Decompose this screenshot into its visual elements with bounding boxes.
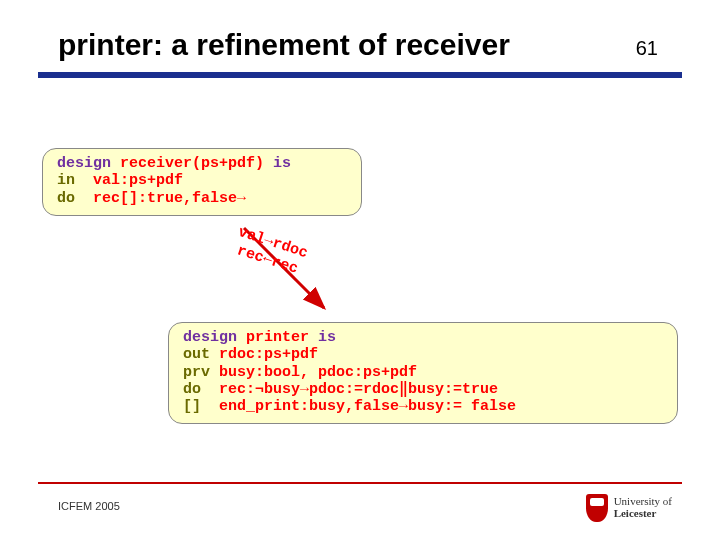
footer-conference: ICFEM 2005 <box>58 500 120 512</box>
arrow-label: val→rdoc rec←rec <box>230 224 310 280</box>
kw-design: design <box>183 329 237 346</box>
logo-text: University of Leicester <box>614 496 672 519</box>
kw-is: is <box>273 155 291 172</box>
university-logo: University of Leicester <box>586 494 672 522</box>
printer-out-decl: rdoc:ps+pdf <box>210 346 318 363</box>
printer-code-box: design printer is out rdoc:ps+pdf prv bu… <box>168 322 678 424</box>
kw-alt: [] <box>183 398 201 415</box>
kw-do: do <box>183 381 201 398</box>
logo-line2: Leicester <box>614 508 672 520</box>
kw-out: out <box>183 346 210 363</box>
footer-rule <box>38 482 682 484</box>
printer-do-decl: rec:¬busy→pdoc:=rdoc‖busy:=true <box>201 381 498 398</box>
receiver-name: receiver(ps+pdf) <box>111 155 273 172</box>
kw-is: is <box>318 329 336 346</box>
printer-prv-decl: busy:bool, pdoc:ps+pdf <box>210 364 417 381</box>
kw-prv: prv <box>183 364 210 381</box>
receiver-do-decl: rec[]:true,false→ <box>75 190 246 207</box>
receiver-code-box: design receiver(ps+pdf) is in val:ps+pdf… <box>42 148 362 216</box>
receiver-in-decl: val:ps+pdf <box>75 172 183 189</box>
kw-do: do <box>57 190 75 207</box>
title-rule <box>38 72 682 78</box>
kw-in: in <box>57 172 75 189</box>
printer-alt-decl: end_print:busy,false→busy:= false <box>201 398 516 415</box>
page-number: 61 <box>636 37 658 60</box>
page-title: printer: a refinement of receiver <box>58 28 510 62</box>
kw-design: design <box>57 155 111 172</box>
printer-name: printer <box>237 329 318 346</box>
shield-icon <box>586 494 608 522</box>
